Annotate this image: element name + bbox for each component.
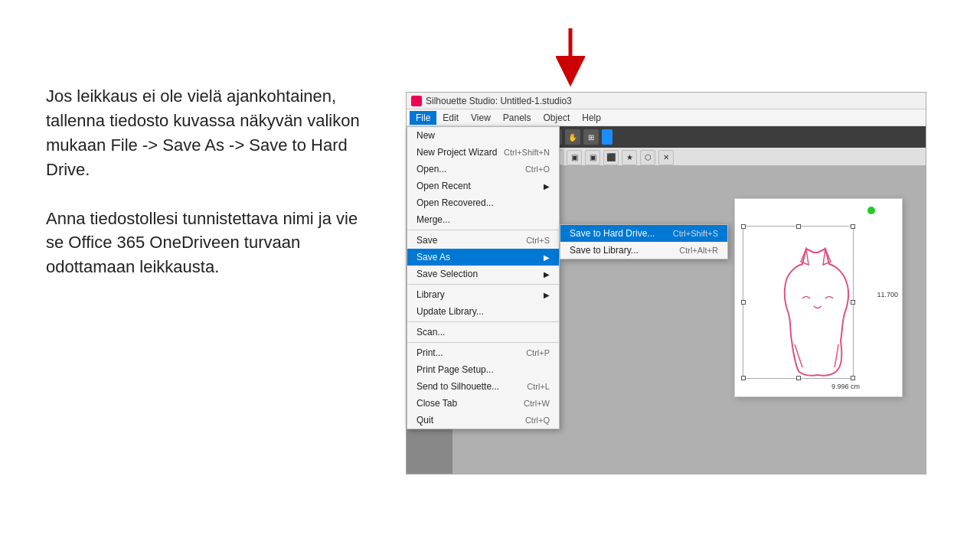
menu-help[interactable]: Help [576,111,607,125]
menu-item-print-setup[interactable]: Print Page Setup... [407,361,559,378]
cat-shape [772,245,871,383]
menu-item-update-library[interactable]: Update Library... [407,303,559,320]
separator4 [407,342,559,343]
menu-item-scan[interactable]: Scan... [407,324,559,341]
title-bar: Silhouette Studio: Untitled-1.studio3 [407,93,926,109]
menu-item-open-recent[interactable]: Open Recent ▶ [407,178,559,194]
svg-marker-2 [560,65,580,86]
menu-item-quit[interactable]: Quit Ctrl+Q [407,412,559,429]
submenu-save-hard-drive[interactable]: Save to Hard Drive... Ctrl+Shift+S [560,225,727,242]
separator [407,230,559,230]
menu-bar[interactable]: File Edit View Panels Object Help [407,109,926,126]
separator3 [407,321,559,322]
menu-item-save-selection[interactable]: Save Selection ▶ [407,266,559,282]
dimension-right: 11.700 [877,291,898,298]
menu-item-save-as[interactable]: Save As ▶ [407,249,559,266]
window-title: Silhouette Studio: Untitled-1.studio3 [426,96,572,106]
paragraph-2: Anna tiedostollesi tunnistettava nimi ja… [46,207,375,280]
handle-tr[interactable] [851,224,855,229]
handle-ml[interactable] [741,300,746,305]
cube-btn[interactable]: ⬡ [640,150,655,165]
toolbar-btn-7[interactable]: ✋ [565,129,580,145]
handle-tl[interactable] [741,224,746,229]
submenu-save-library[interactable]: Save to Library... Ctrl+Alt+R [560,242,727,259]
star-btn[interactable]: ★ [622,150,637,165]
menu-item-print[interactable]: Print... Ctrl+P [407,344,559,361]
menu-item-open[interactable]: Open... Ctrl+O [407,161,559,178]
menu-object[interactable]: Object [537,111,577,125]
menu-item-open-recovered[interactable]: Open Recovered... [407,194,559,211]
menu-item-new-project[interactable]: New Project Wizard Ctrl+Shift+N [407,144,559,161]
toolbar-accent [602,129,612,145]
app-icon [411,96,422,106]
menu-file[interactable]: File [410,111,436,125]
menu-panels[interactable]: Panels [497,111,537,125]
handle-bl[interactable] [741,376,746,380]
instruction-text: Jos leikkaus ei ole vielä ajankohtainen,… [46,84,375,279]
file-menu[interactable]: New New Project Wizard Ctrl+Shift+N Open… [407,126,560,429]
menu-item-close-tab[interactable]: Close Tab Ctrl+W [407,395,559,412]
menu-view[interactable]: View [465,111,497,125]
red-arrow-indicator [556,27,585,88]
menu-item-library[interactable]: Library ▶ [407,286,559,303]
menu-edit[interactable]: Edit [436,111,465,125]
save-as-submenu[interactable]: Save to Hard Drive... Ctrl+Shift+S Save … [560,224,728,259]
dimension-bottom: 9.996 cm [831,383,860,390]
fill-btn[interactable]: ⬛ [603,150,619,165]
paragraph-1: Jos leikkaus ei ole vielä ajankohtainen,… [46,84,375,182]
menu-item-new[interactable]: New [407,127,559,144]
toolbar-btn-8[interactable]: ⊞ [583,129,599,145]
canvas-page: 9.996 cm 11.700 [734,198,903,397]
layers-btn[interactable]: ▣ [585,150,600,165]
green-dot [867,207,875,214]
app-screenshot: Silhouette Studio: Untitled-1.studio3 Fi… [406,84,926,474]
separator2 [407,284,559,285]
app-window: Silhouette Studio: Untitled-1.studio3 Fi… [406,92,926,474]
menu-item-merge[interactable]: Merge... [407,211,559,228]
close2-btn[interactable]: ✕ [658,150,674,165]
menu-item-send-silhouette[interactable]: Send to Silhouette... Ctrl+L [407,378,559,395]
handle-tm[interactable] [796,224,801,229]
menu-item-save[interactable]: Save Ctrl+S [407,232,559,249]
ungroup-btn[interactable]: ▣ [567,150,582,165]
